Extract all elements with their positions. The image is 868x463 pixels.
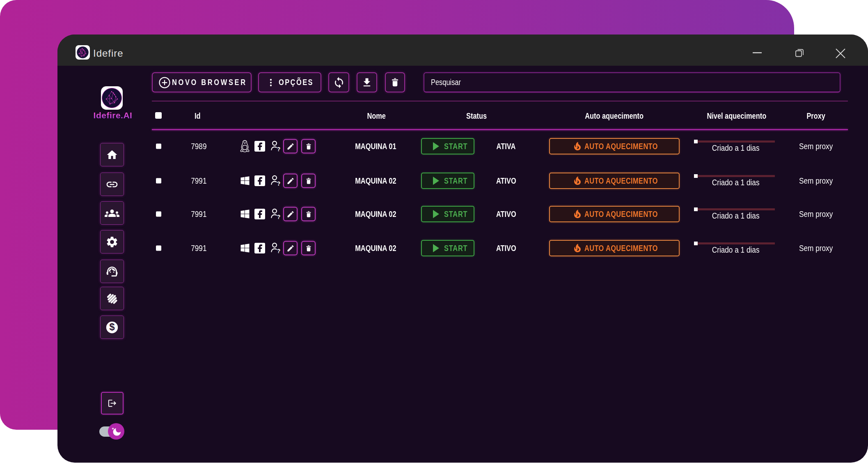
svg-text:?: ? [277,214,281,220]
svg-text:?: ? [277,180,281,187]
svg-text:$: $ [109,321,115,332]
svg-text:?: ? [277,146,281,152]
svg-text:?: ? [277,248,281,254]
